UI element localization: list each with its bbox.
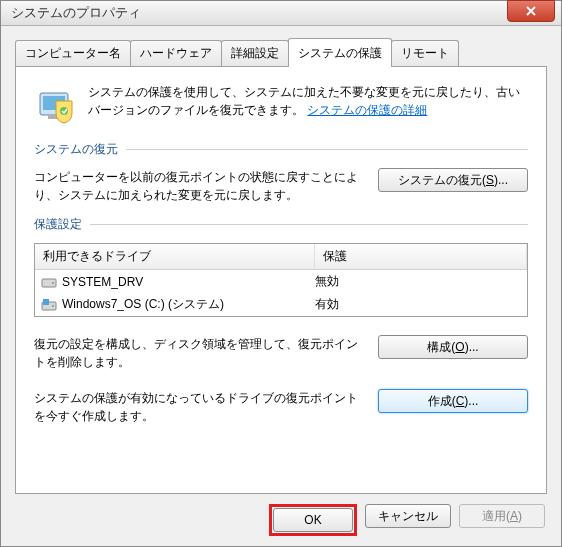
table-row[interactable]: SYSTEM_DRV 無効 [35,270,527,293]
disk-icon [41,274,57,290]
divider [126,149,528,150]
tab-hardware[interactable]: ハードウェア [130,40,222,66]
dialog-footer: OK キャンセル 適用(A) [1,494,561,546]
drive-name: Windows7_OS (C:) (システム) [62,296,224,313]
tab-computer-name[interactable]: コンピューター名 [15,40,131,66]
system-restore-group: システムの復元 コンピューターを以前の復元ポイントの状態に戻すことにより、システ… [34,141,528,204]
window-title: システムのプロパティ [11,4,507,22]
drive-protection: 無効 [315,273,527,290]
tab-remote[interactable]: リモート [391,40,459,66]
content-area: コンピューター名 ハードウェア 詳細設定 システムの保護 リモート [1,26,561,494]
system-restore-button[interactable]: システムの復元(S)... [378,168,528,192]
divider [90,224,528,225]
configure-button[interactable]: 構成(O)... [378,335,528,359]
drive-name: SYSTEM_DRV [62,275,143,289]
intro-text: システムの保護を使用して、システムに加えた不要な変更を元に戻したり、古いバージョ… [88,83,528,127]
drive-protection: 有効 [315,296,527,313]
close-button[interactable] [507,0,555,22]
svg-rect-7 [43,299,49,305]
system-protection-icon [34,83,78,127]
drive-table[interactable]: 利用できるドライブ 保護 SYSTEM_DRV 無効 [34,243,528,317]
header-drive: 利用できるドライブ [35,244,315,269]
tab-panel: システムの保護を使用して、システムに加えた不要な変更を元に戻したり、古いバージョ… [15,66,547,494]
titlebar[interactable]: システムのプロパティ [1,1,561,26]
system-protection-details-link[interactable]: システムの保護の詳細 [307,103,427,117]
tab-system-protection[interactable]: システムの保護 [288,38,392,67]
protection-settings-group: 保護設定 利用できるドライブ 保護 [34,216,528,425]
table-row[interactable]: Windows7_OS (C:) (システム) 有効 [35,293,527,316]
intro-section: システムの保護を使用して、システムに加えた不要な変更を元に戻したり、古いバージョ… [34,83,528,127]
configure-description: 復元の設定を構成し、ディスク領域を管理して、復元ポイントを削除します。 [34,335,366,371]
create-button[interactable]: 作成(C)... [378,389,528,413]
group-title-restore: システムの復元 [34,141,118,158]
ok-button[interactable]: OK [273,508,353,532]
svg-point-5 [52,282,54,284]
table-header: 利用できるドライブ 保護 [35,244,527,270]
header-protection: 保護 [315,244,527,269]
tab-advanced[interactable]: 詳細設定 [221,40,289,66]
disk-windows-icon [41,297,57,313]
group-title-settings: 保護設定 [34,216,82,233]
tabstrip: コンピューター名 ハードウェア 詳細設定 システムの保護 リモート [15,38,547,66]
ok-highlight: OK [269,504,357,536]
system-properties-window: システムのプロパティ コンピューター名 ハードウェア 詳細設定 システムの保護 … [0,0,562,547]
intro-description: システムの保護を使用して、システムに加えた不要な変更を元に戻したり、古いバージョ… [88,85,520,117]
create-description: システムの保護が有効になっているドライブの復元ポイントを今すぐ作成します。 [34,389,366,425]
svg-point-8 [52,305,54,307]
apply-button: 適用(A) [459,504,545,528]
restore-description: コンピューターを以前の復元ポイントの状態に戻すことにより、システムに加えられた変… [34,168,366,204]
cancel-button[interactable]: キャンセル [365,504,451,528]
